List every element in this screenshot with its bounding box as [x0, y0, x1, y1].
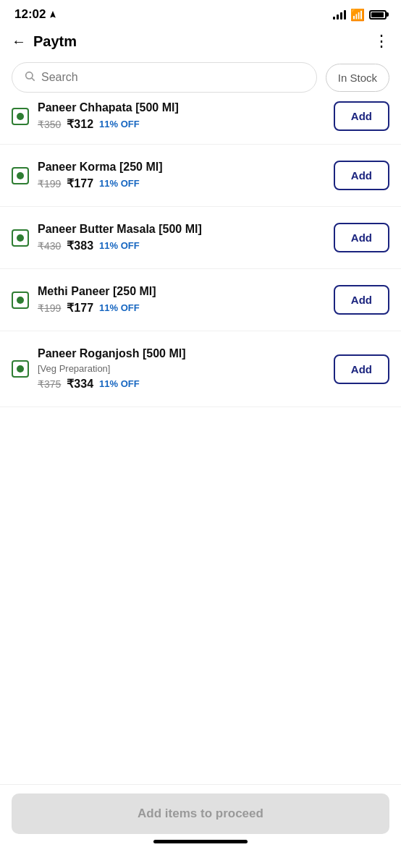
product-name: Paneer Butter Masala [500 Ml]	[38, 223, 325, 236]
veg-icon	[12, 108, 29, 125]
discounted-price: ₹383	[67, 239, 93, 252]
discount-badge: 11% OFF	[99, 240, 140, 251]
veg-icon	[12, 167, 29, 184]
wifi-icon: 📶	[350, 8, 365, 22]
product-sub-label: [Veg Preparation]	[38, 363, 325, 374]
search-row: In Stock	[0, 59, 401, 101]
status-time: 12:02	[14, 7, 57, 22]
discount-badge: 11% OFF	[99, 119, 140, 129]
discount-badge: 11% OFF	[99, 178, 140, 189]
battery-icon	[369, 10, 387, 20]
discounted-price: ₹177	[67, 301, 93, 315]
more-options-button[interactable]: ⋮	[373, 32, 389, 51]
discounted-price: ₹312	[67, 117, 93, 131]
back-button[interactable]: ←	[12, 33, 26, 50]
search-bar[interactable]	[12, 62, 317, 93]
add-button[interactable]: Add	[334, 285, 389, 315]
original-price: ₹199	[38, 178, 61, 190]
original-price: ₹350	[38, 119, 61, 130]
list-item: Paneer Roganjosh [500 Ml] [Veg Preparati…	[0, 331, 401, 407]
list-item: Methi Paneer [250 Ml] ₹199 ₹177 11% OFF …	[0, 269, 401, 331]
product-name: Paneer Roganjosh [500 Ml]	[38, 347, 325, 360]
in-stock-filter-button[interactable]: In Stock	[326, 64, 389, 92]
partial-product-item: Paneer Chhapata [500 Ml] ₹350 ₹312 11% O…	[0, 101, 401, 145]
list-item: Paneer Butter Masala [500 Ml] ₹430 ₹383 …	[0, 207, 401, 269]
product-list: Paneer Chhapata [500 Ml] ₹350 ₹312 11% O…	[0, 101, 401, 494]
bottom-bar: Add items to proceed	[0, 784, 401, 868]
svg-line-1	[32, 78, 35, 81]
status-bar: 12:02 📶	[0, 0, 401, 26]
status-icons: 📶	[333, 8, 387, 22]
add-button[interactable]: Add	[334, 354, 389, 384]
veg-icon	[12, 360, 29, 378]
product-name: Paneer Chhapata [500 Ml]	[38, 101, 325, 114]
header: ← Paytm ⋮	[0, 26, 401, 59]
partial-add-button[interactable]: Add	[334, 101, 389, 131]
discount-badge: 11% OFF	[99, 378, 140, 389]
product-name: Paneer Korma [250 Ml]	[38, 161, 325, 174]
search-icon	[24, 70, 35, 85]
header-left: ← Paytm	[12, 33, 77, 50]
svg-point-0	[26, 72, 33, 79]
discount-badge: 11% OFF	[99, 302, 140, 313]
add-button[interactable]: Add	[334, 223, 389, 252]
navigation-icon	[48, 10, 57, 19]
product-name: Methi Paneer [250 Ml]	[38, 285, 325, 298]
list-item: Paneer Korma [250 Ml] ₹199 ₹177 11% OFF …	[0, 145, 401, 207]
home-bar	[153, 840, 248, 843]
original-price: ₹430	[38, 240, 61, 252]
proceed-button: Add items to proceed	[12, 793, 389, 834]
original-price: ₹199	[38, 302, 61, 314]
discounted-price: ₹177	[67, 176, 93, 190]
search-input[interactable]	[41, 71, 305, 84]
veg-icon	[12, 229, 29, 247]
page-title: Paytm	[33, 33, 77, 50]
discounted-price: ₹334	[67, 377, 93, 391]
home-indicator	[12, 834, 389, 846]
veg-icon	[12, 292, 29, 309]
signal-icon	[333, 9, 346, 20]
original-price: ₹375	[38, 378, 61, 390]
add-button[interactable]: Add	[334, 161, 389, 190]
